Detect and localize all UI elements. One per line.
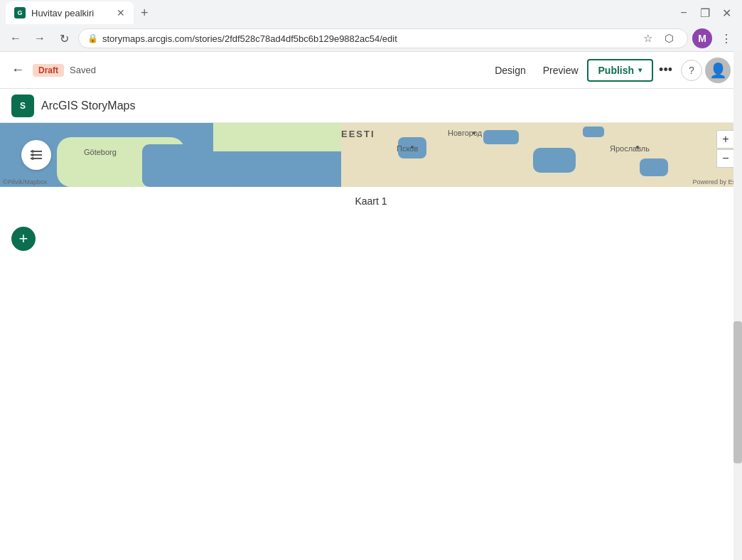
profile-circle[interactable]: M [692, 28, 712, 48]
map-lake4 [583, 126, 604, 137]
content-area: Kaart 1 + [0, 187, 742, 262]
draft-badge: Draft [33, 64, 64, 77]
bookmark-button[interactable]: ☆ [638, 28, 657, 48]
tab-close-button[interactable]: ✕ [117, 8, 125, 18]
app-brand-bar: S ArcGIS StoryMaps [0, 89, 742, 123]
url-text: storymaps.arcgis.com/stories/2fdf528c78a… [102, 33, 633, 44]
saved-label: Saved [70, 65, 96, 75]
address-bar-actions: ☆ ⬡ [638, 28, 679, 48]
publish-chevron-icon: ▾ [638, 66, 642, 74]
svg-point-5 [31, 150, 34, 153]
cast-button[interactable]: ⬡ [659, 28, 679, 48]
map-caption: Kaart 1 [0, 187, 742, 215]
browser-tab[interactable]: G Huvitav pealkiri ✕ [6, 1, 134, 24]
map-lake3 [533, 148, 576, 173]
back-nav-button[interactable]: ← [6, 28, 26, 48]
pskov-label: Псков [397, 144, 418, 153]
novgorod-dot [473, 131, 475, 134]
publish-button[interactable]: Publish ▾ [587, 59, 654, 82]
svg-text:S: S [20, 101, 26, 111]
help-button[interactable]: ? [681, 60, 702, 81]
map-controls: + − [716, 130, 735, 168]
map-zoom-in-button[interactable]: + [716, 130, 735, 149]
map-attribution-left: ©Pilvik/Mapbox [3, 178, 47, 185]
tab-bar: G Huvitav pealkiri ✕ + − ❐ ✕ [0, 0, 742, 26]
map-land-estonia [213, 123, 355, 151]
map-attribution-right: Powered by Esri [692, 178, 739, 185]
lock-icon: 🔒 [87, 33, 98, 43]
address-bar-row: ← → ↻ 🔒 storymaps.arcgis.com/stories/2fd… [0, 26, 742, 51]
refresh-nav-button[interactable]: ↻ [54, 28, 74, 48]
design-button[interactable]: Design [486, 60, 534, 80]
estonia-label: EESTI [341, 129, 375, 139]
yaroslavl-label: Ярославль [610, 144, 650, 153]
minimize-button[interactable]: − [674, 3, 694, 23]
map-lake5 [640, 158, 668, 176]
app-header: ← Draft Saved Design Preview Publish ▾ •… [0, 52, 742, 89]
preview-button[interactable]: Preview [534, 60, 587, 80]
app-back-button[interactable]: ← [11, 63, 24, 77]
brand-logo: S [11, 95, 34, 117]
add-block-area: + [0, 215, 742, 262]
map-legend-button[interactable] [21, 140, 51, 170]
map-zoom-out-button[interactable]: − [716, 149, 735, 168]
forward-nav-button[interactable]: → [30, 28, 50, 48]
svg-point-7 [31, 157, 34, 160]
more-options-button[interactable]: ••• [653, 63, 678, 77]
novgorod-label: Новгород [448, 129, 482, 137]
yaroslavl-dot [636, 146, 639, 149]
map-container[interactable]: EESTI Новгород Псков Ярославль Göteborg … [0, 123, 742, 187]
close-button[interactable]: ✕ [716, 3, 736, 23]
goteborg-label: Göteborg [84, 148, 117, 156]
maximize-button[interactable]: ❐ [695, 3, 715, 23]
svg-point-6 [31, 154, 34, 156]
user-avatar-icon: 👤 [709, 62, 727, 79]
map-lake2 [483, 130, 519, 144]
user-avatar[interactable]: 👤 [705, 58, 731, 83]
brand-name: ArcGIS StoryMaps [41, 99, 135, 112]
address-bar[interactable]: 🔒 storymaps.arcgis.com/stories/2fdf528c7… [78, 28, 688, 48]
browser-menu-button[interactable]: ⋮ [716, 28, 736, 48]
pskov-dot [411, 146, 414, 149]
brand-logo-icon: S [16, 99, 30, 113]
scrollbar-thumb[interactable] [733, 321, 742, 463]
window-controls: − ❐ ✕ [674, 3, 736, 23]
new-tab-button[interactable]: + [136, 6, 153, 21]
tab-favicon: G [14, 7, 26, 18]
tab-title: Huvitav pealkiri [31, 8, 111, 18]
legend-icon [29, 149, 43, 161]
add-block-button[interactable]: + [11, 227, 36, 251]
publish-label: Publish [598, 65, 635, 76]
scrollbar[interactable] [733, 51, 742, 560]
